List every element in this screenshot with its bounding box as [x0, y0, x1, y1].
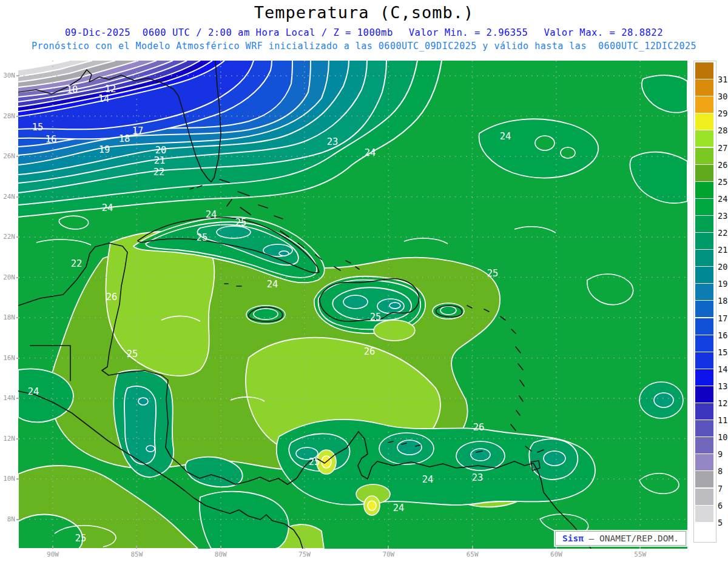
lon-tick-mark [639, 546, 641, 549]
colorbar-label-7: 7 [718, 484, 728, 493]
lat-tick-label-16N: 16N [0, 354, 15, 362]
lat-tick-label-18N: 18N [0, 313, 15, 321]
colorbar-cell [695, 182, 713, 198]
contour-label-16: 16 [46, 134, 57, 145]
lat-tick-mark [16, 478, 19, 480]
colorbar-cell [695, 403, 713, 420]
atlantic-hole [561, 147, 575, 158]
colorbar-label-20: 20 [718, 262, 728, 272]
cuba-core-21 [217, 226, 251, 238]
contour-label-25: 25 [127, 349, 138, 360]
jamaica-core [254, 309, 278, 319]
lime-spot-hispaniola-south [374, 320, 415, 341]
lat-tick-mark [16, 236, 19, 238]
colorbar-label-21: 21 [718, 245, 728, 255]
colorbar-label-11: 11 [718, 415, 728, 425]
lat-tick-label-22N: 22N [0, 233, 15, 241]
colorbar-label-17: 17 [718, 313, 728, 323]
colorbar-cell [695, 113, 713, 130]
contour-label-18: 18 [119, 133, 130, 144]
lat-tick-label-10N: 10N [0, 475, 15, 483]
contour-label-20: 20 [155, 145, 167, 156]
colorbar-label-5: 5 [718, 518, 728, 527]
contour-label-17: 17 [132, 125, 144, 136]
forecast-datetime: 09-Dic-2025 0600 UTC / 2:00 am Hora Loca… [65, 27, 393, 38]
colorbar-label-16: 16 [718, 330, 728, 340]
page-title: Temperatura (C,somb.) [0, 3, 728, 22]
contour-label-25: 25 [370, 312, 382, 323]
colorbar-label-14: 14 [718, 364, 728, 374]
colorbar-label-13: 13 [718, 381, 728, 391]
andes-core-21 [544, 451, 565, 466]
lat-tick-mark [16, 438, 19, 440]
colorbar-cell [695, 386, 713, 403]
lon-tick-mark [220, 546, 221, 549]
colorbar-cell [695, 62, 713, 79]
colorbar-label-9: 9 [718, 449, 728, 459]
hot-spot-28 [368, 501, 376, 510]
attribution-box: Sisπ – ONAMET/REP.DOM. [555, 531, 686, 546]
colorbar-cell [695, 233, 713, 249]
puerto-rico-core [440, 306, 456, 315]
centam-highlands-21 [124, 386, 156, 464]
lat-tick-mark [16, 277, 19, 278]
lat-tick-mark [16, 156, 19, 157]
lat-tick-mark [16, 116, 19, 117]
forecast-datetime-line: 09-Dic-2025 0600 UTC / 2:00 am Hora Loca… [0, 27, 728, 38]
lon-tick-mark [52, 546, 53, 549]
contour-label-19: 19 [99, 144, 110, 155]
colorbar-cell [695, 96, 713, 113]
attribution-text: – ONAMET/REP.DOM. [584, 534, 679, 543]
lat-tick-label-28N: 28N [0, 112, 15, 120]
colorbar-cell [695, 471, 713, 487]
colorbar-label-15: 15 [718, 347, 728, 357]
hispaniola-core-21 [343, 295, 368, 309]
colorbar-label-18: 18 [718, 296, 728, 306]
contour-label-22: 22 [153, 167, 165, 178]
lon-tick-label-65W: 65W [460, 550, 485, 558]
contour-label-14: 14 [98, 93, 110, 104]
andes-core-21 [397, 440, 422, 455]
contour-label-25: 25 [75, 533, 87, 544]
contour-label-23: 23 [472, 472, 484, 483]
lon-tick-label-60W: 60W [544, 550, 568, 558]
temperature-contour-map: 1012141516171819202122222324242424252524… [18, 61, 687, 549]
colorbar-cell [695, 437, 713, 453]
colorbar-cell [695, 250, 713, 266]
contour-label-24: 24 [500, 131, 511, 142]
contour-label-24: 24 [206, 209, 217, 220]
lon-tick-mark [472, 546, 473, 549]
lon-tick-mark [388, 546, 389, 549]
colorbar-cell [695, 267, 713, 283]
colorbar-cell [695, 454, 713, 470]
contour-label-23: 23 [327, 136, 339, 147]
contour-label-26: 26 [106, 292, 118, 303]
value-max: Valor Max. = 28.8822 [544, 27, 663, 38]
colorbar-label-6: 6 [718, 501, 728, 510]
colorbar-cell [695, 506, 713, 522]
lat-tick-mark [16, 75, 19, 76]
contour-label-24: 24 [267, 279, 278, 290]
contour-label-24: 24 [102, 202, 113, 213]
cuba-core-20 [279, 251, 289, 256]
lat-tick-mark [16, 317, 19, 318]
contour-label-21: 21 [154, 155, 166, 166]
lat-tick-label-8N: 8N [0, 515, 15, 523]
value-min: Valor Min. = 2.96355 [409, 27, 528, 38]
contour-label-15: 15 [32, 122, 44, 133]
colorbar-cell [695, 284, 713, 300]
lon-tick-mark [304, 546, 305, 549]
colorbar-cell [695, 216, 713, 232]
lon-tick-label-55W: 55W [628, 550, 652, 558]
atlantic-hole [535, 136, 554, 150]
colorbar-label-8: 8 [718, 466, 728, 476]
colorbar-label-29: 29 [718, 109, 728, 118]
colorbar-cell [695, 523, 713, 539]
lat-tick-label-30N: 30N [0, 72, 15, 79]
brand-logo: Sisπ [562, 534, 584, 543]
colorbar-label-19: 19 [718, 279, 728, 289]
contour-label-10: 10 [67, 84, 78, 95]
lat-tick-mark [16, 519, 19, 520]
right-edge-core-21 [654, 393, 673, 407]
contour-label-26: 26 [473, 422, 485, 433]
